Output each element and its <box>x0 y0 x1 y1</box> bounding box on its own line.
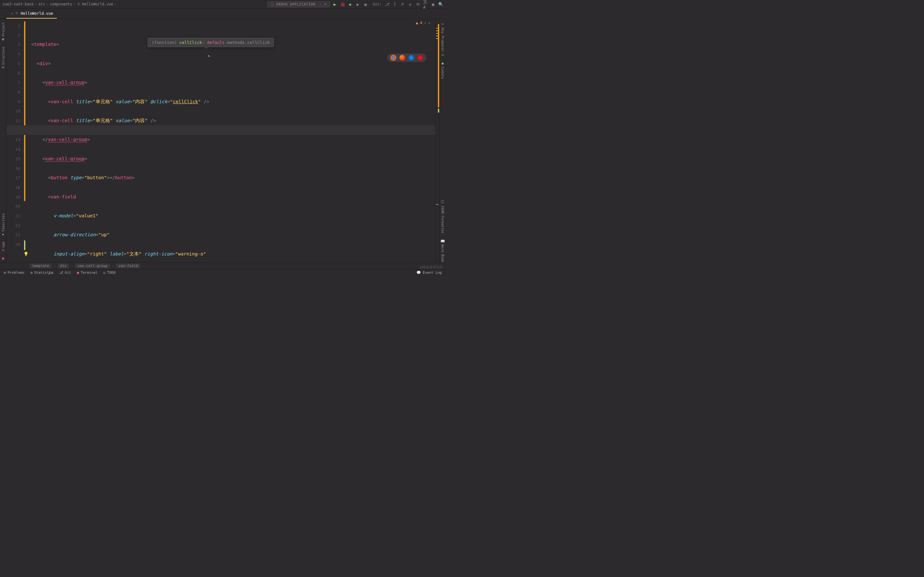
tooltip-prefix: (function) <box>152 40 179 45</box>
left-tool-strip: ▣Project ≣Structure ★Favorites nnpm ▣ <box>0 19 6 263</box>
git-push-icon[interactable]: ➚ <box>400 2 405 6</box>
npm-icon: n <box>1 249 5 251</box>
project-icon: ▣ <box>1 37 5 42</box>
right-tool-strip: ⌨Key Promoter X ◉Codota {}JSON Formatter… <box>439 19 446 263</box>
search-icon[interactable]: 🔍 <box>439 2 443 6</box>
warning-count: 4 <box>420 21 422 25</box>
codota-tool-button[interactable]: ◉Codota <box>441 61 445 79</box>
inspections-widget[interactable]: ▲ 4 ↑ ↓ <box>416 21 431 25</box>
json-formatter-tool-button[interactable]: {}JSON Formatter <box>441 200 445 234</box>
tooltip-function-name: cellClick <box>179 40 202 45</box>
star-icon: ★ <box>1 232 5 237</box>
chrome-icon[interactable] <box>391 55 396 61</box>
open-in-browser-widget <box>387 53 426 62</box>
project-tool-button[interactable]: ▣Project <box>1 22 5 42</box>
codota-icon: ◉ <box>441 61 445 65</box>
translate-icon[interactable]: 文A <box>423 2 428 6</box>
safari-icon[interactable] <box>409 55 414 61</box>
structure-icon: ≣ <box>1 66 5 69</box>
fold-gutter[interactable] <box>27 19 31 263</box>
vue-icon: ⩔ <box>77 2 81 6</box>
git-branch-icon[interactable]: ⎇ <box>384 2 389 6</box>
line-number-gutter[interactable]: 123456789101112131415161718192021222324 <box>6 19 24 263</box>
prev-highlight-icon[interactable]: ↑ <box>424 21 426 25</box>
run-configuration-selector[interactable]: ⬚ DEBUG APPLICATION ▾ <box>267 1 330 7</box>
git-rollback-icon[interactable]: ⟲ <box>415 2 420 6</box>
breadcrumb-file[interactable]: HelloWorld.vue <box>82 2 113 6</box>
error-stripe[interactable] <box>435 19 439 263</box>
debug-config-icon: ⬚ <box>271 2 273 6</box>
navigation-bar: vue3-vant-base › src › components › ⩔ He… <box>0 0 446 9</box>
git-label: Git: <box>373 2 382 6</box>
keyboard-icon: ⌨ <box>441 22 445 26</box>
profile-button[interactable]: ▶ <box>356 2 360 6</box>
vcs-gutter[interactable] <box>24 19 27 263</box>
git-commit-icon[interactable]: ⤴ <box>393 2 397 6</box>
key-promoter-tool-button[interactable]: ⌨Key Promoter X <box>441 22 445 56</box>
breadcrumb[interactable]: vue3-vant-base › src › components › ⩔ He… <box>3 2 117 6</box>
code-area[interactable]: <template> <div> <van-cell-group> <van-c… <box>31 19 435 263</box>
problems-icon: ⊘ <box>4 271 6 275</box>
favorites-tool-button[interactable]: ★Favorites <box>1 213 5 237</box>
editor-tab[interactable]: × ⩔ HelloWorld.vue <box>6 9 57 19</box>
coverage-button[interactable]: ◈ <box>348 2 352 6</box>
book-icon: 📖 <box>441 239 445 243</box>
intention-bulb-icon[interactable]: 💡 <box>23 250 29 259</box>
warning-icon: ▲ <box>416 21 418 25</box>
firefox-icon[interactable] <box>399 55 405 61</box>
chevron-right-icon: › <box>73 2 76 6</box>
opera-icon[interactable] <box>417 55 423 61</box>
structure-tool-button[interactable]: ≣Structure <box>1 47 5 69</box>
breadcrumb-folder[interactable]: src <box>39 2 45 6</box>
run-config-label: DEBUG APPLICATION <box>276 2 315 6</box>
debug-button[interactable]: 🐞 <box>341 2 345 6</box>
breadcrumb-folder[interactable]: components <box>50 2 72 6</box>
breadcrumb-project[interactable]: vue3-vant-base <box>3 2 34 6</box>
editor-tabs: × ⩔ HelloWorld.vue <box>0 9 446 19</box>
chevron-right-icon: › <box>35 2 37 6</box>
npm-tool-button[interactable]: nnpm <box>1 242 5 251</box>
problems-tool-button[interactable]: ⊘Problems <box>4 271 25 275</box>
stop-button[interactable]: ■ <box>363 2 368 6</box>
chevron-right-icon: › <box>47 2 49 6</box>
quick-doc-tooltip: (function) cellClick: default.methods.ce… <box>148 38 274 47</box>
braces-icon: {} <box>441 200 445 204</box>
ide-settings-icon[interactable]: ▣ <box>431 2 435 6</box>
git-history-icon[interactable]: ↺ <box>408 2 412 6</box>
chevron-right-icon: › <box>115 2 117 6</box>
chevron-down-icon: ▾ <box>324 2 326 6</box>
run-button[interactable]: ▶ <box>333 2 337 6</box>
vue-icon: ⩔ <box>15 11 19 15</box>
code-editor[interactable]: ▲ 4 ↑ ↓ 12345678910111213141516171819202… <box>6 19 439 263</box>
close-tab-icon[interactable]: × <box>11 11 13 16</box>
unknown-tool-icon[interactable]: ▣ <box>2 256 4 260</box>
wordbook-tool-button[interactable]: 📖Word Book <box>441 239 445 263</box>
next-highlight-icon[interactable]: ↓ <box>428 21 430 25</box>
tab-filename: HelloWorld.vue <box>21 11 53 16</box>
